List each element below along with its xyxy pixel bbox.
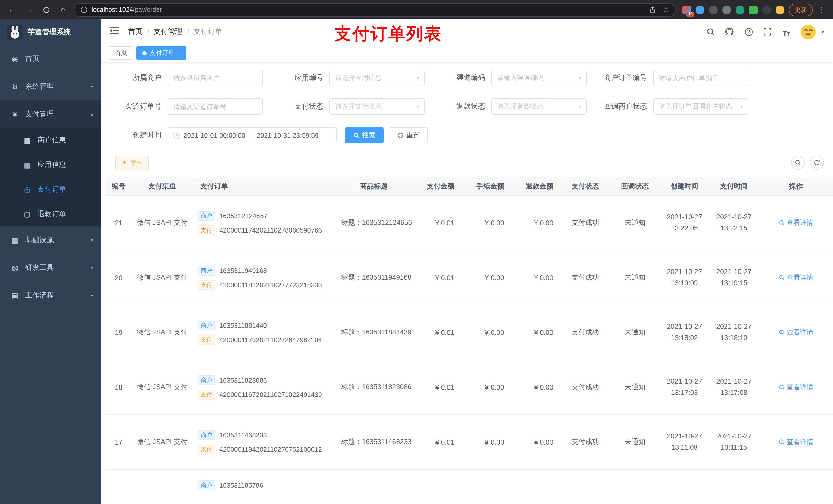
gear-icon: ⚙	[10, 82, 20, 91]
back-icon[interactable]: ←	[6, 4, 19, 16]
site-info-icon[interactable]	[80, 6, 88, 13]
pay-amount: ¥ 0.01	[435, 438, 461, 446]
target-icon: ◎	[23, 186, 32, 194]
home-icon[interactable]: ⌂	[57, 4, 69, 16]
extension-icon[interactable]	[762, 5, 771, 14]
extension-icon[interactable]: 10	[682, 5, 691, 14]
column-header: 支付渠道	[148, 182, 176, 191]
pay-status-select[interactable]: 请选择支付状态 ▾	[329, 98, 425, 115]
sidebar-item-label: 应用信息	[38, 160, 66, 170]
app-logo: 芋道管理系统	[0, 20, 101, 45]
notify-status-select[interactable]: 请选择订单回调商户状态 ▾	[653, 98, 748, 115]
share-icon[interactable]	[649, 6, 657, 13]
pay-amount: ¥ 0.01	[435, 219, 461, 226]
merchant-order-no: 1635311823086	[219, 376, 267, 384]
github-icon[interactable]	[724, 27, 735, 37]
reload-icon[interactable]	[40, 4, 52, 16]
sidebar-item-dev-tools[interactable]: ▧ 研发工具 ▾	[0, 254, 101, 282]
field-label: 渠道订单号	[103, 102, 168, 111]
emoji-extension-icon[interactable]	[776, 5, 784, 14]
update-button[interactable]: 更新	[789, 3, 812, 16]
help-icon[interactable]	[743, 27, 754, 37]
user-avatar[interactable]	[800, 24, 816, 40]
extension-icon[interactable]	[736, 5, 744, 14]
pay-time: 2021-10-2713:18:10	[716, 321, 752, 344]
extension-icon[interactable]	[749, 5, 758, 14]
export-button-label: 导出	[130, 159, 142, 167]
sidebar-item-pay-order[interactable]: ◎ 支付订单	[0, 177, 101, 202]
merchant-input[interactable]	[168, 70, 263, 86]
view-details-link[interactable]: 查看详情	[779, 383, 813, 392]
pay-status: 支付成功	[571, 383, 599, 392]
sidebar-item-refund-order[interactable]: ▢ 退款订单	[0, 202, 101, 226]
refresh-icon[interactable]	[810, 156, 824, 170]
pay-time: 2021-10-2713:19:15	[716, 266, 752, 289]
browser-window: ← → ⌂ localhost:1024/pay/order ☆	[0, 0, 833, 504]
forward-icon[interactable]: →	[23, 4, 35, 16]
sidebar-item-merchant-info[interactable]: ▤ 商户信息	[0, 128, 101, 153]
breadcrumb-home[interactable]: 首页	[128, 27, 142, 37]
field-label: 应用编号	[265, 73, 329, 82]
pay-order-cell: 商户 1635311881440 支付 42000011732021102728…	[192, 320, 322, 344]
sidebar-item-app-info[interactable]: ▦ 应用信息	[0, 153, 101, 177]
extension-icon[interactable]	[709, 5, 718, 14]
reset-button[interactable]: 重置	[389, 127, 428, 143]
app-select[interactable]: 请选择应用信息 ▾	[329, 70, 425, 86]
refund-status-select[interactable]: 请选择退款状态 ▾	[491, 98, 587, 115]
search-button[interactable]: 搜索	[345, 127, 384, 143]
sidebar-item-label: 商户信息	[38, 136, 66, 145]
drop-extension-icon[interactable]	[696, 5, 705, 14]
view-details-label: 查看详情	[787, 437, 813, 447]
channel-code-select[interactable]: 请输入渠道编码 ▾	[491, 70, 587, 86]
view-details-link[interactable]: 查看详情	[779, 273, 813, 282]
header-actions: TT ▼	[706, 24, 825, 40]
close-icon[interactable]: ×	[177, 50, 181, 56]
search-icon[interactable]	[706, 27, 716, 37]
merchant-tag: 商户	[198, 375, 215, 385]
logo-image	[7, 25, 23, 40]
collapse-sidebar-icon[interactable]	[110, 27, 120, 37]
pay-order-cell: 商户 1635311949168 支付 42000011812021102777…	[192, 266, 322, 290]
sidebar-item-system[interactable]: ⚙ 系统管理 ▾	[0, 73, 101, 100]
merchant-order-no-input[interactable]	[653, 70, 748, 86]
channel-order-no-input[interactable]	[168, 98, 263, 115]
breadcrumb-payment[interactable]: 支付管理	[154, 27, 182, 37]
column-header: 回调状态	[621, 182, 649, 191]
date-range-picker[interactable]: 2021-10-01 00:00:00 - 2021-10-31 23:59:5…	[168, 127, 337, 143]
bookmark-star-icon[interactable]: ☆	[663, 6, 669, 14]
fullscreen-icon[interactable]	[762, 27, 772, 37]
browser-menu-icon[interactable]: ⋮	[817, 5, 827, 14]
tabs-bar: 首页 支付订单 ×	[101, 44, 833, 63]
pay-channel: 微信 JSAPI 支付	[137, 437, 188, 447]
export-button[interactable]: 导出	[115, 156, 148, 170]
url-text: localhost:1024/pay/order	[92, 6, 162, 13]
pay-channel: 微信 JSAPI 支付	[137, 218, 188, 227]
merchant-order-no: 1635311468233	[219, 431, 267, 439]
sidebar-item-home[interactable]: ◉ 首页	[0, 45, 101, 73]
view-details-link[interactable]: 查看详情	[779, 437, 813, 447]
product-title: 标题：1635312124656	[335, 218, 412, 227]
chevron-down-icon[interactable]: ▼	[821, 29, 825, 34]
extension-icon[interactable]	[722, 5, 731, 14]
create-time: 2021-10-2713:17:03	[667, 376, 702, 399]
view-details-link[interactable]: 查看详情	[779, 328, 813, 337]
tab-pay-order[interactable]: 支付订单 ×	[136, 46, 187, 60]
pay-time: 2021-10-2713:11:15	[716, 431, 752, 453]
address-bar[interactable]: localhost:1024/pay/order ☆	[74, 3, 676, 17]
tab-home[interactable]: 首页	[109, 46, 133, 60]
font-size-icon[interactable]: TT	[781, 27, 791, 37]
order-id: 17	[115, 438, 122, 446]
tools-icon: ▧	[10, 264, 20, 272]
sidebar-item-workflow[interactable]: ▣ 工作流程 ▾	[0, 282, 101, 309]
refund-amount: ¥ 0.00	[534, 219, 561, 226]
view-details-link[interactable]: 查看详情	[779, 218, 813, 227]
notify-status: 未通知	[625, 383, 645, 392]
sidebar-item-payment[interactable]: ¥ 支付管理 ▴	[0, 100, 101, 128]
sidebar-item-infrastructure[interactable]: ▥ 基础设施 ▾	[0, 226, 101, 254]
sidebar: 芋道管理系统 ◉ 首页 ⚙ 系统管理 ▾ ¥ 支付管理 ▴ ▤ 商户信息	[0, 20, 101, 504]
field-label: 退款状态	[427, 102, 491, 111]
chevron-down-icon: ▾	[579, 104, 581, 109]
column-header: 支付金额	[427, 182, 461, 191]
toggle-search-icon[interactable]	[791, 156, 805, 170]
sidebar-item-label: 支付管理	[25, 110, 54, 119]
